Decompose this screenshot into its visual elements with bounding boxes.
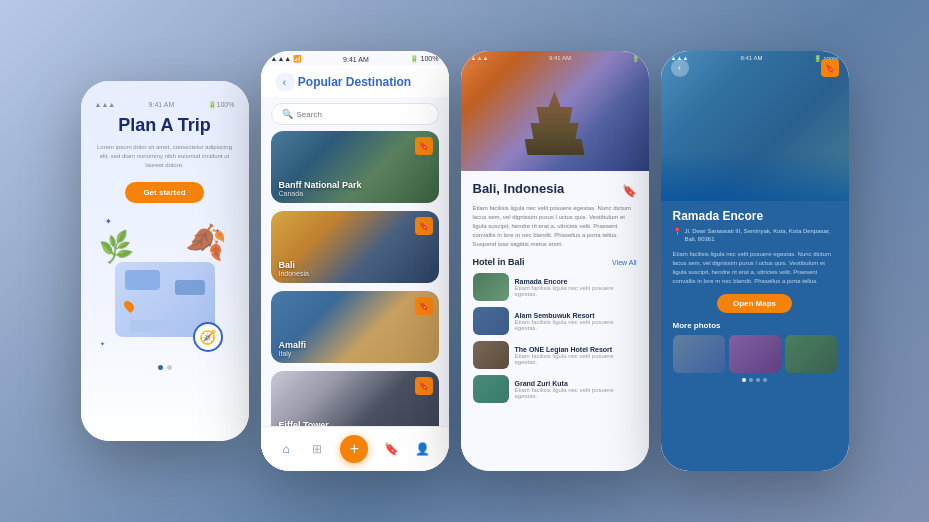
photo-thumb-1[interactable] xyxy=(673,335,725,373)
search-bar[interactable]: 🔍 xyxy=(271,103,439,125)
screen2-phone: ▲▲▲ 📶 9:41 AM 🔋 100% ‹ Popular Destinati… xyxy=(261,51,449,471)
dest-label-banff: Banff National Park Canada xyxy=(279,180,362,197)
pagination-dots xyxy=(158,365,172,370)
onelegian-name: The ONE Legian Hotel Resort xyxy=(515,346,637,353)
dest-label-eiffel: Eiffel Tower France xyxy=(279,420,329,426)
ramada-hero-image: ▲▲▲ 8:41 AM 🔋 100% ‹ 🔖 xyxy=(661,51,849,201)
hotel-one-legian[interactable]: The ONE Legian Hotel Resort Etiam facili… xyxy=(473,341,637,369)
screen1-subtitle: Lorem ipsum dolor sit amet, consectetur … xyxy=(95,143,235,170)
photo-pagination-dots xyxy=(673,378,837,382)
grandzuri-name: Grand Zuri Kuta xyxy=(515,380,637,387)
dest-name-banff: Banff National Park xyxy=(279,180,362,190)
screen4-bookmark-badge[interactable]: 🔖 xyxy=(821,59,839,77)
s3-signal: ▲▲▲ xyxy=(471,55,489,62)
destination-banff[interactable]: Banff National Park Canada 🔖 xyxy=(271,131,439,203)
alam-name: Alam Sembuwuk Resort xyxy=(515,312,637,319)
grid-icon: ⊞ xyxy=(309,441,325,457)
dest-label-amalfi: Amalfi Italy xyxy=(279,340,307,357)
s1-time: 9:41 AM xyxy=(149,101,175,109)
search-icon: 🔍 xyxy=(282,109,293,119)
compass-icon: 🧭 xyxy=(193,322,223,352)
view-all-button[interactable]: View All xyxy=(612,259,636,266)
home-icon: ⌂ xyxy=(278,441,294,457)
alam-desc: Etiam facilisis ligula nec velit posuere… xyxy=(515,319,637,331)
screen1-phone: ▲▲▲ 9:41 AM 🔋100% Plan A Trip Lorem ipsu… xyxy=(81,81,249,441)
ramada-hotel-name: Ramada Encore xyxy=(673,209,837,223)
nav-add-button[interactable]: + xyxy=(340,435,368,463)
screen1: ▲▲▲ 9:41 AM 🔋100% Plan A Trip Lorem ipsu… xyxy=(81,81,249,441)
bookmark-bali[interactable]: 🔖 xyxy=(415,217,433,235)
dest-country-banff: Canada xyxy=(279,190,362,197)
photo-thumb-3[interactable] xyxy=(785,335,837,373)
nav-home[interactable]: ⌂ xyxy=(278,441,294,457)
ramada-thumb xyxy=(473,273,509,301)
ramada-info: Ramada Encore Etiam facilisis ligula nec… xyxy=(515,278,637,297)
dest-country-bali: Indonesia xyxy=(279,270,309,277)
bottom-nav: ⌂ ⊞ + 🔖 👤 xyxy=(261,426,449,471)
bali-bookmark-icon[interactable]: 🔖 xyxy=(622,184,637,198)
bookmark-icon: 🔖 xyxy=(384,441,400,457)
destination-list: Banff National Park Canada 🔖 Bali Indone… xyxy=(261,131,449,426)
dest-country-amalfi: Italy xyxy=(279,350,307,357)
screen4-phone: ▲▲▲ 8:41 AM 🔋 100% ‹ 🔖 Ramada Encore 📍 J… xyxy=(661,51,849,471)
leaf-illustration: 🍂 xyxy=(184,218,230,262)
open-maps-button[interactable]: Open Maps xyxy=(717,294,792,313)
pdot-3 xyxy=(756,378,760,382)
hotel-alam[interactable]: Alam Sembuwuk Resort Etiam facilisis lig… xyxy=(473,307,637,335)
ramada-desc: Etiam facilisis ligula nec velit posuere… xyxy=(515,285,637,297)
hotel-section-header: Hotel in Bali View All xyxy=(473,257,637,267)
more-photos-label: More photos xyxy=(673,321,837,330)
nav-grid[interactable]: ⊞ xyxy=(309,441,325,457)
dest-name-bali: Bali xyxy=(279,260,309,270)
s2-time: 9:41 AM xyxy=(343,56,369,63)
ramada-address-row: 📍 Jl. Dewi Saraswati III, Seminyak, Kuta… xyxy=(673,227,837,244)
alam-thumb xyxy=(473,307,509,335)
dest-label-bali: Bali Indonesia xyxy=(279,260,309,277)
screen4-content: Ramada Encore 📍 Jl. Dewi Saraswati III, … xyxy=(661,201,849,471)
s3-time: 9:41 AM xyxy=(549,55,571,62)
s1-signal: ▲▲▲ xyxy=(95,101,116,109)
bookmark-banff[interactable]: 🔖 xyxy=(415,137,433,155)
nav-bookmark[interactable]: 🔖 xyxy=(384,441,400,457)
pdot-2 xyxy=(749,378,753,382)
onelegian-thumb xyxy=(473,341,509,369)
bali-place-name: Bali, Indonesia xyxy=(473,181,565,196)
s2-battery: 🔋 100% xyxy=(410,55,439,63)
search-input[interactable] xyxy=(297,110,428,119)
s1-battery: 🔋100% xyxy=(208,101,235,109)
destination-amalfi[interactable]: Amalfi Italy 🔖 xyxy=(271,291,439,363)
onelegian-info: The ONE Legian Hotel Resort Etiam facili… xyxy=(515,346,637,365)
more-photos-row xyxy=(673,335,837,373)
hotel-grand-zuri[interactable]: Grand Zuri Kuta Etiam facilisis ligula n… xyxy=(473,375,637,403)
ramada-description: Etiam facilisis ligula nec velit posuere… xyxy=(673,250,837,286)
pdot-4 xyxy=(763,378,767,382)
screen3-content: Bali, Indonesia 🔖 Etiam facilisis ligula… xyxy=(461,171,649,471)
s3-battery: 🔋 xyxy=(632,55,639,62)
hero-overlay xyxy=(661,151,849,201)
bookmark-amalfi[interactable]: 🔖 xyxy=(415,297,433,315)
hotel-ramada[interactable]: Ramada Encore Etiam facilisis ligula nec… xyxy=(473,273,637,301)
screen3-phone: ▲▲▲ 9:41 AM 🔋 Bali, Indonesia 🔖 Etiam fa… xyxy=(461,51,649,471)
destination-eiffel[interactable]: Eiffel Tower France 🔖 xyxy=(271,371,439,426)
pdot-1 xyxy=(742,378,746,382)
onelegian-desc: Etiam facilisis ligula nec velit posuere… xyxy=(515,353,637,365)
leaf-green-illustration: 🌿 xyxy=(96,228,135,266)
screen2-status-bar: ▲▲▲ 📶 9:41 AM 🔋 100% xyxy=(261,51,449,65)
photo-thumb-2[interactable] xyxy=(729,335,781,373)
screen1-title: Plan A Trip xyxy=(118,115,211,137)
s4-time: 8:41 AM xyxy=(740,55,762,62)
back-button[interactable]: ‹ xyxy=(275,72,295,92)
get-started-button[interactable]: Get started xyxy=(125,182,203,203)
add-icon: + xyxy=(350,440,359,458)
bali-description: Etiam facilisis ligula nec velit posuere… xyxy=(473,204,637,249)
dot-2 xyxy=(167,365,172,370)
ramada-name: Ramada Encore xyxy=(515,278,637,285)
bookmark-eiffel[interactable]: 🔖 xyxy=(415,377,433,395)
dest-name-eiffel: Eiffel Tower xyxy=(279,420,329,426)
screen4-back-button[interactable]: ‹ xyxy=(671,59,689,77)
grandzuri-thumb xyxy=(473,375,509,403)
profile-icon: 👤 xyxy=(415,441,431,457)
destination-bali[interactable]: Bali Indonesia 🔖 xyxy=(271,211,439,283)
alam-info: Alam Sembuwuk Resort Etiam facilisis lig… xyxy=(515,312,637,331)
nav-profile[interactable]: 👤 xyxy=(415,441,431,457)
